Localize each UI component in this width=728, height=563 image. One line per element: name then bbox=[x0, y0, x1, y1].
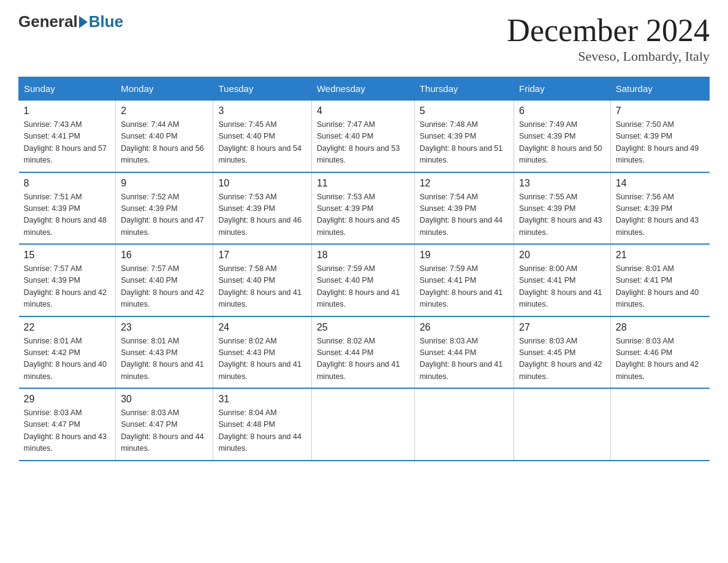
col-friday: Friday bbox=[514, 77, 611, 101]
day-info: Sunrise: 8:03 AMSunset: 4:44 PMDaylight:… bbox=[420, 337, 503, 381]
week-row-2: 8 Sunrise: 7:51 AMSunset: 4:39 PMDayligh… bbox=[19, 172, 710, 245]
day-info: Sunrise: 7:48 AMSunset: 4:39 PMDaylight:… bbox=[420, 120, 503, 164]
day-number: 22 bbox=[24, 322, 111, 333]
day-number: 3 bbox=[218, 105, 306, 117]
table-row: 31 Sunrise: 8:04 AMSunset: 4:48 PMDaylig… bbox=[213, 388, 312, 461]
table-row: 22 Sunrise: 8:01 AMSunset: 4:42 PMDaylig… bbox=[19, 316, 116, 389]
day-info: Sunrise: 7:54 AMSunset: 4:39 PMDaylight:… bbox=[420, 193, 503, 237]
day-info: Sunrise: 7:57 AMSunset: 4:39 PMDaylight:… bbox=[24, 264, 107, 308]
title-block: December 2024 Seveso, Lombardy, Italy bbox=[507, 12, 710, 64]
day-number: 18 bbox=[317, 250, 409, 261]
week-row-4: 22 Sunrise: 8:01 AMSunset: 4:42 PMDaylig… bbox=[19, 316, 710, 389]
day-info: Sunrise: 7:51 AMSunset: 4:39 PMDaylight:… bbox=[24, 193, 107, 237]
day-number: 2 bbox=[121, 105, 208, 117]
day-number: 15 bbox=[24, 250, 111, 261]
table-row: 12 Sunrise: 7:54 AMSunset: 4:39 PMDaylig… bbox=[414, 172, 514, 245]
day-info: Sunrise: 7:57 AMSunset: 4:40 PMDaylight:… bbox=[121, 264, 204, 308]
table-row: 30 Sunrise: 8:03 AMSunset: 4:47 PMDaylig… bbox=[116, 388, 213, 461]
week-row-3: 15 Sunrise: 7:57 AMSunset: 4:39 PMDaylig… bbox=[19, 244, 710, 316]
table-row: 29 Sunrise: 8:03 AMSunset: 4:47 PMDaylig… bbox=[19, 388, 116, 461]
day-number: 8 bbox=[24, 178, 111, 189]
day-info: Sunrise: 7:43 AMSunset: 4:41 PMDaylight:… bbox=[24, 120, 107, 164]
day-number: 11 bbox=[317, 178, 409, 189]
day-number: 23 bbox=[121, 322, 208, 333]
table-row: 27 Sunrise: 8:03 AMSunset: 4:45 PMDaylig… bbox=[514, 316, 611, 389]
day-number: 30 bbox=[121, 394, 208, 405]
day-info: Sunrise: 7:53 AMSunset: 4:39 PMDaylight:… bbox=[317, 193, 400, 237]
table-row: 2 Sunrise: 7:44 AMSunset: 4:40 PMDayligh… bbox=[116, 101, 213, 172]
table-row: 25 Sunrise: 8:02 AMSunset: 4:44 PMDaylig… bbox=[311, 316, 414, 389]
day-number: 4 bbox=[317, 105, 409, 117]
table-row: 3 Sunrise: 7:45 AMSunset: 4:40 PMDayligh… bbox=[213, 101, 312, 172]
calendar-body: 1 Sunrise: 7:43 AMSunset: 4:41 PMDayligh… bbox=[19, 101, 710, 461]
table-row: 7 Sunrise: 7:50 AMSunset: 4:39 PMDayligh… bbox=[610, 101, 709, 172]
day-number: 13 bbox=[519, 178, 605, 189]
week-row-1: 1 Sunrise: 7:43 AMSunset: 4:41 PMDayligh… bbox=[19, 101, 710, 172]
day-info: Sunrise: 7:59 AMSunset: 4:41 PMDaylight:… bbox=[420, 264, 503, 308]
day-info: Sunrise: 8:03 AMSunset: 4:47 PMDaylight:… bbox=[121, 408, 204, 453]
table-row: 8 Sunrise: 7:51 AMSunset: 4:39 PMDayligh… bbox=[19, 172, 116, 245]
day-info: Sunrise: 7:45 AMSunset: 4:40 PMDaylight:… bbox=[218, 120, 301, 164]
day-number: 14 bbox=[616, 178, 705, 189]
logo: General Blue bbox=[18, 12, 123, 31]
day-number: 20 bbox=[519, 250, 605, 261]
day-number: 12 bbox=[420, 178, 509, 189]
calendar-header: Sunday Monday Tuesday Wednesday Thursday… bbox=[19, 77, 710, 101]
day-info: Sunrise: 8:03 AMSunset: 4:45 PMDaylight:… bbox=[519, 337, 602, 381]
table-row: 15 Sunrise: 7:57 AMSunset: 4:39 PMDaylig… bbox=[19, 244, 116, 316]
day-info: Sunrise: 7:47 AMSunset: 4:40 PMDaylight:… bbox=[317, 120, 400, 164]
day-number: 26 bbox=[420, 322, 509, 333]
day-number: 1 bbox=[24, 105, 111, 117]
day-info: Sunrise: 7:52 AMSunset: 4:39 PMDaylight:… bbox=[121, 193, 204, 237]
table-row: 6 Sunrise: 7:49 AMSunset: 4:39 PMDayligh… bbox=[514, 101, 611, 172]
day-info: Sunrise: 8:01 AMSunset: 4:41 PMDaylight:… bbox=[616, 264, 699, 308]
table-row: 11 Sunrise: 7:53 AMSunset: 4:39 PMDaylig… bbox=[311, 172, 414, 245]
day-info: Sunrise: 8:02 AMSunset: 4:44 PMDaylight:… bbox=[317, 337, 400, 381]
day-number: 27 bbox=[519, 322, 605, 333]
table-row: 17 Sunrise: 7:58 AMSunset: 4:40 PMDaylig… bbox=[213, 244, 312, 316]
table-row: 16 Sunrise: 7:57 AMSunset: 4:40 PMDaylig… bbox=[116, 244, 213, 316]
calendar-table: Sunday Monday Tuesday Wednesday Thursday… bbox=[18, 77, 710, 461]
page-title: December 2024 bbox=[507, 12, 710, 48]
col-saturday: Saturday bbox=[610, 77, 709, 101]
day-number: 17 bbox=[218, 250, 306, 261]
day-number: 5 bbox=[420, 105, 509, 117]
day-info: Sunrise: 8:03 AMSunset: 4:46 PMDaylight:… bbox=[616, 337, 699, 381]
table-row: 14 Sunrise: 7:56 AMSunset: 4:39 PMDaylig… bbox=[610, 172, 709, 245]
table-row: 18 Sunrise: 7:59 AMSunset: 4:40 PMDaylig… bbox=[311, 244, 414, 316]
table-row bbox=[414, 388, 514, 461]
day-info: Sunrise: 7:55 AMSunset: 4:39 PMDaylight:… bbox=[519, 193, 602, 237]
day-info: Sunrise: 7:50 AMSunset: 4:39 PMDaylight:… bbox=[616, 120, 699, 164]
page-header: General Blue December 2024 Seveso, Lomba… bbox=[18, 12, 710, 64]
table-row: 23 Sunrise: 8:01 AMSunset: 4:43 PMDaylig… bbox=[116, 316, 213, 389]
day-number: 6 bbox=[519, 105, 605, 117]
col-wednesday: Wednesday bbox=[311, 77, 414, 101]
day-info: Sunrise: 7:56 AMSunset: 4:39 PMDaylight:… bbox=[616, 193, 699, 237]
day-info: Sunrise: 7:58 AMSunset: 4:40 PMDaylight:… bbox=[218, 264, 301, 308]
col-thursday: Thursday bbox=[414, 77, 514, 101]
day-number: 31 bbox=[218, 394, 306, 405]
day-info: Sunrise: 7:59 AMSunset: 4:40 PMDaylight:… bbox=[317, 264, 400, 308]
table-row: 10 Sunrise: 7:53 AMSunset: 4:39 PMDaylig… bbox=[213, 172, 312, 245]
col-sunday: Sunday bbox=[19, 77, 116, 101]
day-number: 10 bbox=[218, 178, 306, 189]
day-number: 19 bbox=[420, 250, 509, 261]
table-row bbox=[311, 388, 414, 461]
col-tuesday: Tuesday bbox=[213, 77, 312, 101]
day-info: Sunrise: 8:04 AMSunset: 4:48 PMDaylight:… bbox=[218, 408, 301, 453]
day-info: Sunrise: 7:53 AMSunset: 4:39 PMDaylight:… bbox=[218, 193, 301, 237]
page-subtitle: Seveso, Lombardy, Italy bbox=[507, 48, 710, 64]
table-row: 20 Sunrise: 8:00 AMSunset: 4:41 PMDaylig… bbox=[514, 244, 611, 316]
day-number: 25 bbox=[317, 322, 409, 333]
logo-arrow-icon bbox=[79, 16, 88, 28]
table-row: 4 Sunrise: 7:47 AMSunset: 4:40 PMDayligh… bbox=[311, 101, 414, 172]
col-monday: Monday bbox=[116, 77, 213, 101]
day-number: 7 bbox=[616, 105, 705, 117]
day-info: Sunrise: 7:44 AMSunset: 4:40 PMDaylight:… bbox=[121, 120, 204, 164]
logo-general-text: General bbox=[18, 12, 78, 31]
header-row: Sunday Monday Tuesday Wednesday Thursday… bbox=[19, 77, 710, 101]
day-number: 21 bbox=[616, 250, 705, 261]
day-number: 29 bbox=[24, 394, 111, 405]
day-info: Sunrise: 8:00 AMSunset: 4:41 PMDaylight:… bbox=[519, 264, 602, 308]
day-info: Sunrise: 8:03 AMSunset: 4:47 PMDaylight:… bbox=[24, 408, 107, 453]
